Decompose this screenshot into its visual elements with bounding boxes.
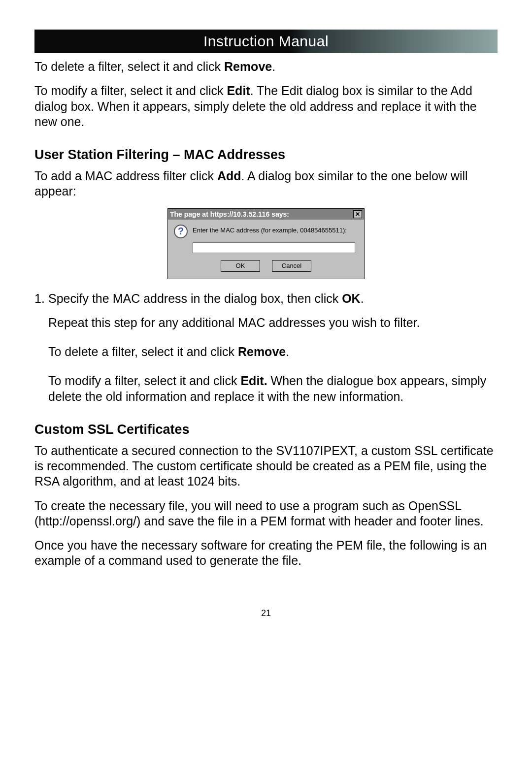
dialog-title: The page at https://10.3.52.116 says: [170, 210, 289, 218]
heading-mac-filtering: User Station Filtering – MAC Addresses [34, 147, 498, 163]
dialog-titlebar: The page at https://10.3.52.116 says: ✕ [168, 209, 364, 220]
heading-ssl: Custom SSL Certificates [34, 422, 498, 437]
bold-remove: Remove [224, 60, 272, 73]
step-delete: To delete a filter, select it and click … [34, 344, 498, 359]
dialog-body: ? Enter the MAC address (for example, 00… [168, 220, 364, 279]
text: . [361, 292, 364, 305]
text: To delete a filter, select it and click [34, 60, 224, 73]
step-1-repeat: Repeat this step for any additional MAC … [34, 315, 498, 330]
bold-add: Add [217, 169, 241, 183]
ssl-p3: Once you have the necessary software for… [34, 538, 498, 569]
bold-remove: Remove [238, 345, 286, 358]
step-number: 1. [34, 291, 48, 306]
dialog-prompt: Enter the MAC address (for example, 0048… [193, 225, 347, 234]
ssl-p2: To create the necessary file, you will n… [34, 498, 498, 529]
ssl-p1: To authenticate a secured connection to … [34, 443, 498, 489]
dialog-input[interactable] [193, 242, 355, 253]
text: . [272, 60, 275, 73]
cancel-button[interactable]: Cancel [272, 260, 311, 272]
bold-ok: OK [342, 292, 361, 305]
intro-delete: To delete a filter, select it and click … [34, 59, 498, 74]
bold-edit: Edit [227, 84, 250, 98]
text: To modify a filter, select it and click [34, 84, 227, 98]
text: Specify the MAC address in the dialog bo… [48, 292, 342, 305]
intro-modify: To modify a filter, select it and click … [34, 83, 498, 130]
header-bar: Instruction Manual [34, 30, 498, 53]
dialog-box: The page at https://10.3.52.116 says: ✕ … [167, 208, 365, 279]
text: To delete a filter, select it and click [48, 345, 238, 358]
text: . [286, 345, 289, 358]
mac-add-paragraph: To add a MAC address filter click Add. A… [34, 168, 498, 199]
dialog-close-button[interactable]: ✕ [353, 210, 362, 218]
close-icon: ✕ [355, 211, 360, 217]
header-title: Instruction Manual [203, 33, 329, 50]
text: To add a MAC address filter click [34, 169, 217, 183]
question-icon: ? [174, 225, 188, 238]
step-1: 1.Specify the MAC address in the dialog … [34, 291, 498, 306]
page-number: 21 [34, 608, 498, 619]
dialog-screenshot: The page at https://10.3.52.116 says: ✕ … [34, 208, 498, 279]
text: To modify a filter, select it and click [48, 374, 240, 388]
ok-button[interactable]: OK [221, 260, 260, 272]
step-modify: To modify a filter, select it and click … [34, 373, 498, 404]
bold-edit: Edit. [240, 374, 267, 388]
